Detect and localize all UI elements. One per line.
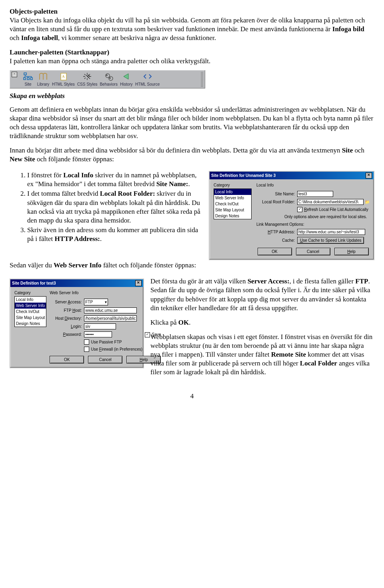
launcher-item-cssstyles[interactable]: CSS Styles <box>77 72 98 87</box>
help-button[interactable]: Help <box>334 248 369 255</box>
category-label: Category <box>14 290 46 295</box>
root-input[interactable] <box>297 199 364 205</box>
library-label: Library <box>37 82 50 87</box>
category-local-info[interactable]: Local Info <box>214 189 251 195</box>
skapa-p2c: och följande fönster öppnas: <box>35 155 114 163</box>
panel-header: Local Info <box>256 183 370 188</box>
post-steps: Sedan väljer du Web Server Info fältet o… <box>10 261 374 270</box>
objects-heading: Objects-paletten Via Objects kan du info… <box>10 7 374 42</box>
s4p2b: OK <box>178 319 189 326</box>
dir-input[interactable] <box>84 315 137 321</box>
s1a: I fönstret för <box>27 171 63 179</box>
chevron-down-icon: ▾ <box>105 299 107 305</box>
refresh-label: RRefresh Local File List Automaticallyef… <box>304 207 368 212</box>
s2a: I det tomma fältet bredvid <box>27 190 100 197</box>
launcher-item-history[interactable]: History <box>120 72 133 87</box>
category-site-map-layout[interactable]: Site Map Layout <box>15 315 46 321</box>
category-design-notes[interactable]: Design Notes <box>15 321 46 327</box>
access-select[interactable]: FTP▾ <box>84 299 108 305</box>
s2b: Local Root Folder: <box>100 190 155 197</box>
root-label: Local Root Folder: <box>256 199 295 205</box>
skapa-p2: Innan du börjar ditt arbete med dina web… <box>10 146 374 164</box>
refresh-checkbox[interactable]: ✓ <box>297 207 302 212</box>
behaviors-icon <box>103 72 115 81</box>
category-design-notes[interactable]: Design Notes <box>214 213 251 219</box>
http-input[interactable] <box>297 229 365 235</box>
category-web-server-info[interactable]: Web Server Info <box>214 195 251 201</box>
dialog-titlebar[interactable]: Site Definition for test3 ✕ <box>10 279 143 287</box>
dialog-titlebar[interactable]: Site Definition for Unnamed Site 3 ✕ <box>210 172 374 179</box>
category-check-in-out[interactable]: Check In/Out <box>15 309 46 315</box>
s4p3d: Local Folder <box>300 359 337 367</box>
htmlstyles-label: HTML Styles <box>52 82 75 87</box>
svg-text:A: A <box>62 74 65 78</box>
page-number: 4 <box>10 392 374 401</box>
cancel-button[interactable]: Cancel <box>88 356 122 363</box>
login-input[interactable] <box>84 323 116 329</box>
htmlsource-icon <box>142 72 154 81</box>
launcher-item-site[interactable]: Site <box>22 72 34 87</box>
folder-icon[interactable]: 📁 <box>365 199 370 205</box>
launcher-item-htmlstyles[interactable]: A HTML Styles <box>52 72 75 87</box>
s4p2a: Klicka på <box>150 319 178 326</box>
login-label: Login: <box>50 324 82 329</box>
category-site-map-layout[interactable]: Site Map Layout <box>214 207 251 213</box>
objects-b1: Infoga bild <box>332 25 364 33</box>
cache-button[interactable]: Use Cache to Speed Link Updates <box>297 237 364 244</box>
sitename-input[interactable] <box>297 191 333 197</box>
close-icon[interactable]: × <box>12 72 17 77</box>
objects-title: Objects-paletten <box>10 8 58 15</box>
launcher-toolbar: × Site Library A HTML Styles CSS Styles … <box>10 70 205 88</box>
skapa-p2b: och <box>353 146 364 154</box>
svg-point-9 <box>109 77 111 79</box>
svg-marker-10 <box>124 74 128 79</box>
step-3: Skriv även in den adress som du kommer a… <box>27 226 203 243</box>
svg-rect-1 <box>24 78 26 80</box>
ok-button[interactable]: OK <box>50 356 84 363</box>
note-text: Only options above are required for loca… <box>256 214 370 219</box>
cancel-button[interactable]: Cancel <box>296 248 330 255</box>
access-label: Server Access: <box>50 299 82 305</box>
step-2: I det tomma fältet bredvid Local Root Fo… <box>27 189 203 225</box>
category-web-server-info[interactable]: Web Server Info <box>15 303 46 309</box>
firewall-label: Use Firewall (in Preferences) <box>91 347 142 352</box>
cache-label: Cache: <box>256 238 295 243</box>
host-input[interactable] <box>84 307 137 313</box>
objects-b2: Infoga tabell <box>21 34 58 42</box>
pwd-input[interactable] <box>84 331 112 337</box>
launcher-para: I paletten kan man öppna och stänga andr… <box>10 57 210 65</box>
category-local-info[interactable]: Local Info <box>15 297 46 303</box>
site-icon <box>22 72 34 81</box>
category-list[interactable]: Local Info Web Server Info Check In/Out … <box>214 189 252 219</box>
launcher-item-library[interactable]: Library <box>37 72 50 87</box>
history-icon <box>120 72 132 81</box>
firewall-checkbox[interactable] <box>84 347 89 352</box>
objects-p1c: , vi kommer senare att beskriva några av… <box>58 34 216 42</box>
s1b: Local Info <box>63 171 93 179</box>
svg-rect-3 <box>30 78 32 80</box>
launcher-title: Launcher-paletten (Startknappar) <box>10 48 109 56</box>
objects-p1a: Via Objects kan du infoga olika objekt d… <box>10 16 365 33</box>
svg-rect-0 <box>24 73 26 75</box>
dir-label: Host Directory: <box>50 316 82 321</box>
save-checkbox[interactable]: ✓ <box>145 332 150 337</box>
post-c: fältet och följande fönster öppnas: <box>102 261 196 269</box>
close-icon[interactable]: ✕ <box>366 173 372 179</box>
site-label: Site <box>24 82 31 87</box>
close-icon[interactable]: ✕ <box>135 280 142 286</box>
grip-icon[interactable] <box>201 72 203 87</box>
launcher-item-behaviors[interactable]: Behaviors <box>100 72 117 87</box>
cssstyles-label: CSS Styles <box>77 82 98 87</box>
category-list[interactable]: Local Info Web Server Info Check In/Out … <box>14 296 46 327</box>
host-label: FTP Host: <box>50 308 82 313</box>
launcher-item-htmlsource[interactable]: HTML Source <box>135 72 160 87</box>
category-label: Category <box>214 183 252 188</box>
s4p1a: Det första du gör är att välja vilken <box>150 277 248 285</box>
history-label: History <box>120 82 132 87</box>
ok-button[interactable]: OK <box>258 248 292 255</box>
passive-checkbox[interactable] <box>84 339 89 345</box>
s4p1c: , i de flesta fallen gäller <box>290 277 356 285</box>
cssstyles-icon <box>81 72 93 81</box>
category-check-in-out[interactable]: Check In/Out <box>214 201 251 207</box>
s1d: Site Name: <box>156 180 188 188</box>
